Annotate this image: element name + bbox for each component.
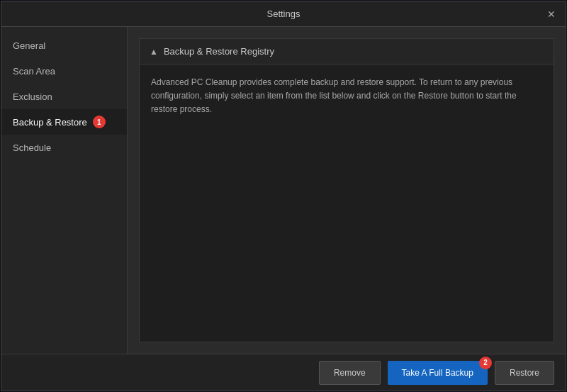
sidebar-item-exclusion[interactable]: Exclusion — [1, 84, 127, 109]
sidebar-item-schedule[interactable]: Schedule — [1, 135, 127, 160]
collapse-icon: ▲ — [150, 47, 158, 57]
section-title: Backup & Restore Registry — [164, 46, 274, 57]
take-full-backup-button[interactable]: Take A Full Backup 2 — [388, 361, 488, 385]
take-full-backup-label: Take A Full Backup — [402, 368, 473, 378]
dialog-header: Settings ✕ — [1, 1, 566, 27]
section-header: ▲ Backup & Restore Registry — [140, 39, 554, 65]
sidebar-item-scan-area[interactable]: Scan Area — [1, 58, 127, 84]
sidebar-item-label-backup-restore: Backup & Restore — [13, 117, 87, 128]
dialog-title: Settings — [267, 9, 301, 19]
section-description: Advanced PC Cleanup provides complete ba… — [151, 76, 542, 117]
restore-button[interactable]: Restore — [495, 361, 554, 385]
section-panel: ▲ Backup & Restore Registry Advanced PC … — [139, 38, 554, 342]
sidebar-item-label-general: General — [13, 40, 45, 51]
sidebar-item-label-scan-area: Scan Area — [13, 66, 55, 77]
dialog-footer: Remove Take A Full Backup 2 Restore — [1, 354, 566, 391]
close-button[interactable]: ✕ — [544, 7, 558, 21]
dialog-body: General Scan Area Exclusion Backup & Res… — [1, 27, 566, 354]
dialog-overlay: Settings ✕ General Scan Area Exclusion B… — [0, 0, 567, 392]
sidebar-item-label-exclusion: Exclusion — [13, 91, 52, 102]
main-content: ▲ Backup & Restore Registry Advanced PC … — [128, 27, 566, 354]
backup-restore-badge: 1 — [93, 116, 106, 128]
sidebar-item-backup-restore[interactable]: Backup & Restore 1 — [1, 109, 127, 135]
sidebar: General Scan Area Exclusion Backup & Res… — [1, 27, 128, 354]
remove-button[interactable]: Remove — [319, 361, 381, 385]
section-body: Advanced PC Cleanup provides complete ba… — [140, 65, 554, 342]
sidebar-item-label-schedule: Schedule — [13, 142, 51, 153]
sidebar-item-general[interactable]: General — [1, 33, 127, 58]
settings-dialog: Settings ✕ General Scan Area Exclusion B… — [1, 1, 566, 391]
take-backup-badge: 2 — [479, 357, 492, 369]
